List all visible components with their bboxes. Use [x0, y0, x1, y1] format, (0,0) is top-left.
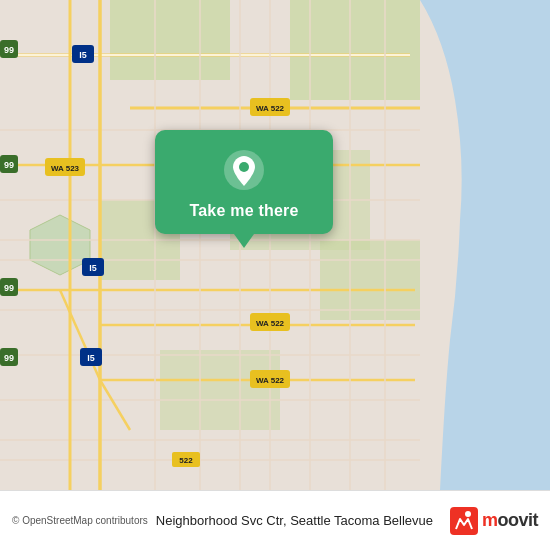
svg-text:I5: I5: [79, 50, 87, 60]
svg-text:WA 523: WA 523: [51, 164, 80, 173]
location-pin-icon: [222, 148, 266, 192]
svg-rect-6: [160, 350, 280, 430]
moovit-brand-icon: [450, 507, 478, 535]
moovit-logo: moovit: [450, 507, 538, 535]
svg-text:I5: I5: [87, 353, 95, 363]
svg-rect-1: [110, 0, 230, 80]
svg-text:99: 99: [4, 283, 14, 293]
svg-text:I5: I5: [89, 263, 97, 273]
svg-point-60: [239, 162, 249, 172]
location-info: Neighborhood Svc Ctr, Seattle Tacoma Bel…: [156, 513, 450, 528]
popup-card[interactable]: Take me there: [155, 130, 333, 234]
svg-text:99: 99: [4, 160, 14, 170]
svg-rect-5: [320, 240, 420, 320]
svg-text:99: 99: [4, 45, 14, 55]
svg-text:WA 522: WA 522: [256, 104, 285, 113]
map-container: I5 I5 I5 WA 522 WA 522 WA 522 WA 523 522…: [0, 0, 550, 490]
moovit-text: moovit: [482, 510, 538, 531]
map-svg: I5 I5 I5 WA 522 WA 522 WA 522 WA 523 522…: [0, 0, 550, 490]
svg-point-62: [465, 511, 471, 517]
svg-rect-61: [450, 507, 478, 535]
osm-attribution: © OpenStreetMap contributors: [12, 515, 148, 526]
bottom-bar: © OpenStreetMap contributors Neighborhoo…: [0, 490, 550, 550]
svg-text:WA 522: WA 522: [256, 319, 285, 328]
popup-label: Take me there: [189, 202, 298, 220]
svg-text:WA 522: WA 522: [256, 376, 285, 385]
svg-text:522: 522: [179, 456, 193, 465]
svg-text:99: 99: [4, 353, 14, 363]
